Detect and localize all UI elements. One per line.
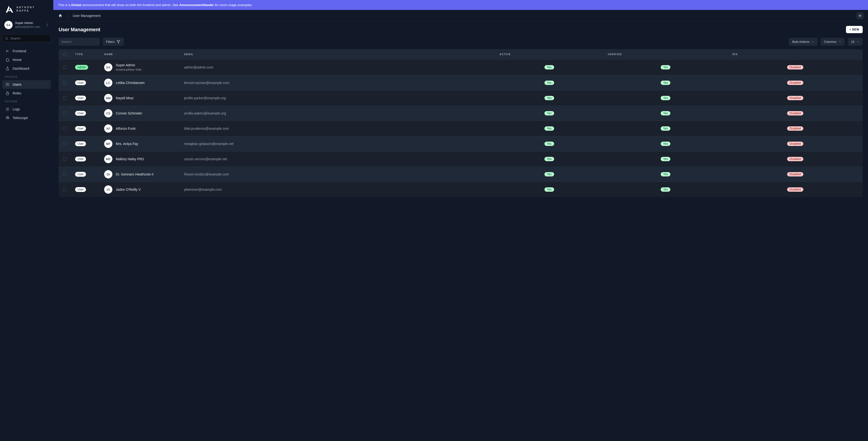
table-row[interactable]: AdminSASuper AdminAmerica/New Yorkadmin@… <box>59 60 863 75</box>
row-checkbox[interactable] <box>63 127 66 130</box>
verified-badge: Yes <box>661 157 671 161</box>
current-user-block[interactable]: SA Super Admin admin@admin.com <box>2 19 51 31</box>
table-row[interactable]: UserLCLetitia Christiansenlemuel.wyman@e… <box>59 75 863 91</box>
row-checkbox[interactable] <box>63 157 66 161</box>
table-toolbar: Filters Bulk Actions Columns 10 <box>59 37 863 46</box>
twofa-badge: Disabled <box>787 187 803 192</box>
theme-toggle-button[interactable] <box>857 12 864 20</box>
row-checkbox[interactable] <box>63 173 66 176</box>
type-badge: User <box>75 172 86 177</box>
sidebar-item-telescope[interactable]: Telescope <box>2 113 51 122</box>
columns-button[interactable]: Columns <box>820 38 844 46</box>
row-checkbox[interactable] <box>63 142 66 145</box>
avatar: NM <box>104 94 113 102</box>
user-email[interactable]: meaghan.gislason@example.net <box>184 142 234 146</box>
table-row[interactable]: UserDIDr. Gennaro Heathcote IIfriesen.lo… <box>59 167 863 182</box>
search-icon <box>5 37 8 40</box>
avatar: AF <box>104 125 113 133</box>
user-name: Conner Schmeler <box>116 111 142 116</box>
user-email[interactable]: lemuel.wyman@example.com <box>184 81 229 85</box>
user-email[interactable]: jenifer.parker@example.org <box>184 96 226 100</box>
announcement-bar: This is a Global announcement that will … <box>53 0 868 10</box>
row-checkbox[interactable] <box>63 96 66 100</box>
th-2fa[interactable]: 2FA <box>728 49 863 60</box>
brand-logo[interactable]: ANTHONY RAPPA <box>2 4 51 19</box>
row-checkbox[interactable] <box>63 111 66 115</box>
twofa-badge: Disabled <box>787 126 803 131</box>
twofa-badge: Disabled <box>787 80 803 85</box>
sidebar-item-home[interactable]: Home <box>2 56 51 64</box>
row-checkbox[interactable] <box>63 81 66 84</box>
user-name: Jadon O'Reilly V <box>116 187 141 192</box>
active-badge: Yes <box>545 142 554 146</box>
bulk-actions-button[interactable]: Bulk Actions <box>789 38 817 46</box>
sidebar-item-roles[interactable]: Roles <box>2 89 51 98</box>
current-user-email: admin@admin.com <box>15 25 40 29</box>
beaker-icon <box>5 66 10 71</box>
user-name: Letitia Christiansen <box>116 80 145 85</box>
user-name: Alfonzo Funk <box>116 126 135 131</box>
table-row[interactable]: UserMPMallory Haley PhDcassin.vernon@exa… <box>59 151 863 167</box>
user-email[interactable]: cassin.vernon@example.net <box>184 157 227 161</box>
table-row[interactable]: UserCSConner Schmelerarvilla.waters@exam… <box>59 106 863 121</box>
th-type[interactable]: TYPE <box>71 49 100 60</box>
table-search-input[interactable] <box>59 38 100 46</box>
user-name: Mallory Haley PhD <box>116 157 144 162</box>
table-row[interactable]: UserAFAlfonzo Funkthiel.prudence@example… <box>59 121 863 136</box>
sidebar-search-input[interactable] <box>2 34 51 42</box>
sidebar-item-label: Frontend <box>12 49 26 53</box>
user-email[interactable]: thiel.prudence@example.com <box>184 127 229 131</box>
user-email[interactable]: arvilla.waters@example.org <box>184 111 226 115</box>
sidebar-item-label: Telescope <box>12 116 28 120</box>
svg-point-0 <box>5 37 7 39</box>
new-button[interactable]: + NEW <box>846 26 863 33</box>
type-badge: User <box>75 141 86 146</box>
user-name: Nayeli Mraz <box>116 96 134 100</box>
sidebar-item-label: Roles <box>12 91 21 95</box>
user-email[interactable]: pkemmer@example.com <box>184 188 222 192</box>
brand-line2: RAPPA <box>17 9 35 12</box>
avatar: SA <box>4 21 12 29</box>
sidebar-item-logs[interactable]: Logs <box>2 105 51 113</box>
th-email[interactable]: EMAIL <box>180 49 495 60</box>
user-name: Mrs. Aniya Fay <box>116 142 138 146</box>
home-icon <box>5 58 10 62</box>
sidebar-item-dashboard[interactable]: Dashboard <box>2 64 51 73</box>
sidebar-item-label: Dashboard <box>12 67 29 70</box>
type-badge: User <box>75 111 86 116</box>
verified-badge: Yes <box>661 172 671 176</box>
avatar: DI <box>104 170 113 178</box>
active-badge: Yes <box>545 126 554 131</box>
user-name: Dr. Gennaro Heathcote II <box>116 172 154 177</box>
table-row[interactable]: UserJVJadon O'Reilly Vpkemmer@example.co… <box>59 182 863 197</box>
avatar: CS <box>104 109 113 117</box>
chevron-down-icon <box>811 40 814 43</box>
breadcrumb: User Management <box>58 13 100 19</box>
home-icon[interactable] <box>58 13 63 19</box>
filter-icon <box>117 40 120 43</box>
brand-line1: ANTHONY <box>17 6 35 9</box>
row-checkbox[interactable] <box>63 188 66 191</box>
sun-icon <box>858 14 862 18</box>
nav-heading: ACCESS <box>2 73 51 80</box>
user-email[interactable]: friesen.london@example.com <box>184 172 229 176</box>
per-page-button[interactable]: 10 <box>848 38 863 46</box>
filters-button[interactable]: Filters <box>103 37 124 46</box>
select-all-checkbox[interactable] <box>63 53 66 56</box>
table-row[interactable]: UserNMNayeli Mrazjenifer.parker@example.… <box>59 91 863 106</box>
th-verified[interactable]: VERIFIED <box>603 49 728 60</box>
users-icon <box>5 82 10 87</box>
sidebar-item-users[interactable]: Users <box>2 80 51 89</box>
user-email[interactable]: admin@admin.com <box>184 65 213 69</box>
type-badge: User <box>75 187 86 192</box>
twofa-badge: Disabled <box>787 157 803 161</box>
th-name[interactable]: NAME <box>100 49 180 60</box>
users-table: TYPE NAME EMAIL ACTIVE VERIFIED 2FA Admi… <box>59 49 863 197</box>
breadcrumb-separator-icon <box>67 14 69 18</box>
th-active[interactable]: ACTIVE <box>495 49 603 60</box>
verified-badge: Yes <box>661 96 671 100</box>
row-checkbox[interactable] <box>63 66 66 69</box>
type-badge: User <box>75 157 86 162</box>
sidebar-item-frontend[interactable]: Frontend <box>2 47 51 56</box>
table-row[interactable]: UserMFMrs. Aniya Faymeaghan.gislason@exa… <box>59 136 863 151</box>
